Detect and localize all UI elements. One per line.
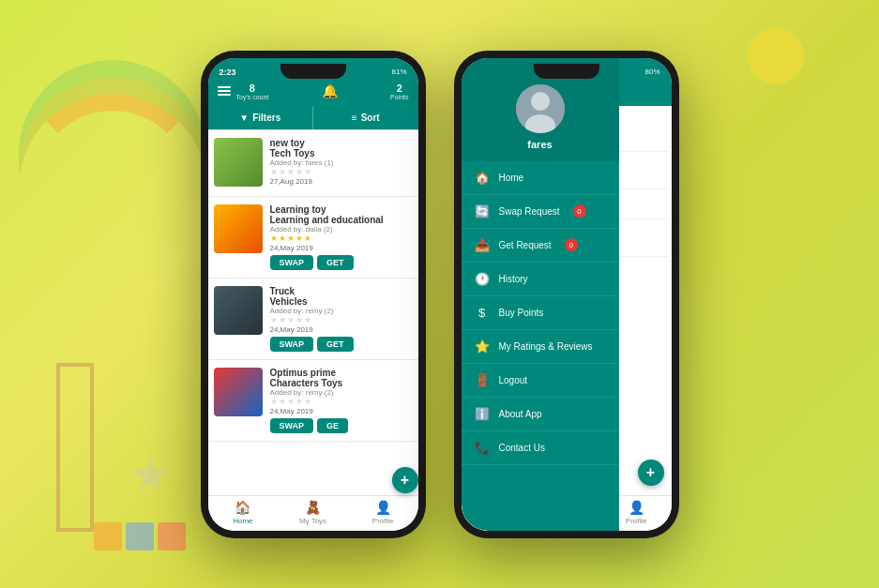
sort-icon: ≡ bbox=[352, 113, 357, 123]
fab-add-button[interactable]: + bbox=[392, 467, 418, 493]
toy-date-3: 24,May 2019 bbox=[270, 325, 411, 334]
filter-label: Filters bbox=[252, 113, 280, 123]
side-drawer: fares 🏠 Home 🔄 Swap Request 0 📥 bbox=[462, 58, 619, 531]
drawer-about-label: About App bbox=[499, 409, 542, 419]
drawer-menu: 🏠 Home 🔄 Swap Request 0 📥 Get Request 0 bbox=[462, 161, 619, 531]
drawer-history-label: History bbox=[499, 274, 528, 284]
nav-mytoys-label: My Toys bbox=[299, 517, 326, 525]
sort-label: Sort bbox=[361, 113, 380, 123]
get-button-2[interactable]: GET bbox=[317, 255, 354, 270]
drawer-item-get-request[interactable]: 📥 Get Request 0 bbox=[462, 229, 619, 263]
mytoys-icon: 🧸 bbox=[305, 500, 321, 515]
get-button-4[interactable]: GE bbox=[317, 418, 348, 433]
toy-info-3: Truck Vehicles Added by: remy (2) ★★★★★ … bbox=[270, 286, 411, 352]
sort-button[interactable]: ≡ Sort bbox=[313, 106, 418, 129]
toy-actions-2: SWAP GET bbox=[270, 255, 411, 270]
drawer-item-history[interactable]: 🕐 History bbox=[462, 263, 619, 296]
phone1-toys-count-info: 8 Toy's count bbox=[236, 83, 269, 100]
nav-profile[interactable]: 👤 Profile bbox=[348, 500, 418, 525]
toy-stars-1: ★★★★★ bbox=[270, 167, 411, 176]
drawer-item-logout[interactable]: 🚪 Logout bbox=[462, 364, 619, 398]
nav-home[interactable]: 🏠 Home bbox=[208, 500, 279, 525]
phone1-signal: 81% bbox=[391, 68, 406, 76]
drawer-item-home[interactable]: 🏠 Home bbox=[462, 161, 619, 195]
toy-img-4 bbox=[214, 368, 263, 416]
drawer-get-label: Get Request bbox=[499, 240, 552, 250]
phone2-fab[interactable]: + bbox=[638, 460, 664, 486]
toy-img-1 bbox=[214, 138, 263, 187]
svg-point-1 bbox=[531, 92, 550, 111]
bell-icon[interactable]: 🔔 bbox=[322, 83, 338, 98]
phone1-time: 2:23 bbox=[220, 68, 236, 77]
drawer-swap-icon: 🔄 bbox=[475, 204, 490, 219]
swap-button-3[interactable]: SWAP bbox=[270, 337, 314, 352]
drawer-history-icon: 🕐 bbox=[475, 272, 490, 286]
nav-home-label: Home bbox=[233, 517, 252, 525]
toy-date-1: 27,Aug 2019 bbox=[270, 177, 411, 186]
avatar-image bbox=[516, 84, 565, 133]
phone2-screen: 2:25 80% 8 Toy's count ≡ Sort bbox=[462, 58, 672, 531]
drawer-ratings-icon: ⭐ bbox=[475, 339, 490, 354]
phone1: 2:23 81% 8 Toy's count 🔔 bbox=[201, 51, 426, 538]
toy-name-1: new toy bbox=[270, 138, 411, 148]
phone1-points-count: 2 bbox=[390, 83, 408, 94]
phone1-notch bbox=[280, 64, 346, 79]
toy-list: new toy Tech Toys Added by: fares (1) ★★… bbox=[208, 130, 418, 495]
toy-date-4: 24,May 2019 bbox=[270, 407, 411, 415]
filter-button[interactable]: ▼ Filters bbox=[208, 106, 314, 129]
toy-added-2: Added by: dalia (2) bbox=[270, 225, 411, 234]
toy-item-1: new toy Tech Toys Added by: fares (1) ★★… bbox=[208, 130, 418, 197]
filter-sort-bar: ▼ Filters ≡ Sort bbox=[208, 106, 418, 130]
home-icon: 🏠 bbox=[235, 500, 250, 515]
toy-actions-4: SWAP GE bbox=[270, 418, 411, 433]
bg-star bbox=[131, 457, 169, 494]
bg-sun bbox=[748, 28, 804, 84]
drawer-ratings-label: My Ratings & Reviews bbox=[499, 341, 593, 352]
drawer-item-buy-points[interactable]: $ Buy Points bbox=[462, 296, 619, 330]
drawer-item-ratings[interactable]: ⭐ My Ratings & Reviews bbox=[462, 330, 619, 364]
filter-icon: ▼ bbox=[239, 113, 249, 123]
toy-item-2: Learning toy Learning and educational Ad… bbox=[208, 197, 418, 279]
phone1-points-label: Points bbox=[390, 94, 408, 100]
bg-block-2 bbox=[126, 522, 154, 550]
toy-added-3: Added by: remy (2) bbox=[270, 307, 411, 315]
drawer-item-swap-request[interactable]: 🔄 Swap Request 0 bbox=[462, 195, 619, 229]
get-button-3[interactable]: GET bbox=[317, 337, 354, 352]
toy-added-1: Added by: fares (1) bbox=[270, 158, 411, 167]
drawer-logout-label: Logout bbox=[499, 375, 528, 385]
toy-category-4: Characters Toys bbox=[270, 378, 411, 388]
toy-item-4: Optimus prime Characters Toys Added by: … bbox=[208, 360, 418, 442]
toy-name-3: Truck bbox=[270, 286, 411, 296]
nav-my-toys[interactable]: 🧸 My Toys bbox=[278, 500, 348, 525]
drawer-buypoints-label: Buy Points bbox=[499, 308, 544, 318]
drawer-get-icon: 📥 bbox=[475, 238, 490, 252]
swap-button-2[interactable]: SWAP bbox=[270, 255, 314, 270]
drawer-item-contact[interactable]: 📞 Contact Us bbox=[462, 431, 619, 465]
phone2-profile-icon: 👤 bbox=[629, 500, 644, 515]
phone2: 2:25 80% 8 Toy's count ≡ Sort bbox=[454, 51, 679, 538]
phones-container: 2:23 81% 8 Toy's count 🔔 bbox=[201, 51, 679, 538]
drawer-swap-label: Swap Request bbox=[499, 206, 560, 217]
drawer-logout-icon: 🚪 bbox=[475, 373, 490, 387]
toy-info-2: Learning toy Learning and educational Ad… bbox=[270, 204, 411, 270]
swap-button-4[interactable]: SWAP bbox=[270, 418, 314, 433]
phone1-battery: 81% bbox=[391, 68, 406, 76]
hamburger-icon[interactable] bbox=[218, 86, 231, 96]
toy-category-2: Learning and educational bbox=[270, 215, 411, 225]
toy-added-4: Added by: remy (2) bbox=[270, 388, 411, 397]
drawer-avatar bbox=[516, 84, 565, 133]
bg-block-1 bbox=[94, 522, 122, 550]
bg-ladder bbox=[56, 363, 94, 532]
phone1-screen: 2:23 81% 8 Toy's count 🔔 bbox=[208, 58, 418, 531]
toy-stars-4: ★★★★★ bbox=[270, 397, 411, 406]
drawer-item-about[interactable]: ℹ️ About App bbox=[462, 398, 619, 431]
swap-request-badge: 0 bbox=[573, 204, 586, 218]
phone2-notch bbox=[534, 64, 599, 79]
phone2-profile-label: Profile bbox=[626, 517, 647, 525]
toy-actions-3: SWAP GET bbox=[270, 337, 411, 352]
phone2-battery: 80% bbox=[644, 68, 659, 76]
toy-img-2 bbox=[214, 204, 263, 253]
drawer-about-icon: ℹ️ bbox=[475, 407, 490, 421]
phone1-bottom-nav: 🏠 Home 🧸 My Toys 👤 Profile bbox=[208, 495, 418, 531]
phone1-toys-label: Toy's count bbox=[236, 94, 269, 100]
